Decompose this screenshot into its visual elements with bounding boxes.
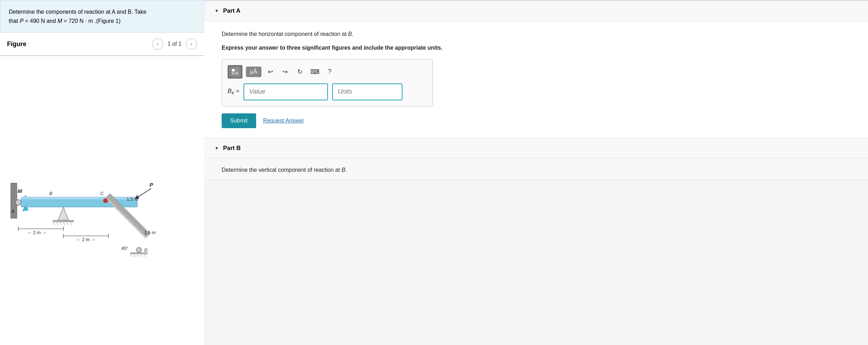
svg-line-19 [60, 222, 62, 225]
svg-rect-48 [232, 69, 235, 71]
part-a-section: ▼ Part A Determine the horizontal compon… [204, 1, 868, 138]
svg-line-46 [141, 254, 142, 257]
help-button[interactable]: ? [324, 66, 335, 77]
action-row: Submit Request Answer [222, 113, 850, 128]
svg-line-25 [137, 188, 151, 198]
submit-button[interactable]: Submit [222, 113, 256, 128]
redo-button[interactable]: ↪ [280, 66, 291, 77]
refresh-button[interactable]: ↻ [294, 66, 306, 77]
problem-statement: Determine the components of reaction at … [0, 0, 204, 33]
units-input[interactable] [332, 83, 403, 100]
svg-line-44 [134, 254, 135, 257]
svg-point-40 [137, 247, 141, 252]
figure-header: Figure ‹ 1 of 1 › [0, 33, 204, 56]
figure-count: 1 of 1 [167, 41, 182, 47]
part-b-label: Part B [223, 145, 241, 152]
figure-image-area: A M [0, 56, 204, 345]
part-a-question: Determine the horizontal component of re… [222, 30, 850, 39]
value-input[interactable] [243, 83, 328, 100]
svg-rect-42 [130, 252, 148, 254]
svg-line-45 [137, 254, 139, 257]
svg-line-17 [53, 222, 55, 225]
svg-line-18 [56, 222, 58, 225]
answer-input-box: μÅ ↩ ↪ ↻ ⌨ ? Bx = [222, 59, 433, 106]
svg-text:← 2 m →: ← 2 m → [76, 237, 96, 242]
svg-text:B: B [49, 191, 52, 196]
format-button-group [228, 65, 242, 79]
svg-text:1.5 m: 1.5 m [127, 196, 138, 202]
next-figure-button[interactable]: › [186, 38, 197, 50]
svg-line-21 [67, 222, 69, 225]
svg-line-43 [130, 254, 132, 257]
svg-text:C: C [100, 191, 104, 196]
right-panel: ▼ Part A Determine the horizontal compon… [204, 0, 868, 345]
svg-rect-13 [21, 197, 137, 199]
svg-rect-51 [235, 72, 238, 75]
svg-text:1.5 m: 1.5 m [144, 230, 156, 235]
keyboard-button[interactable]: ⌨ [309, 66, 321, 77]
svg-rect-50 [232, 72, 235, 75]
svg-text:A: A [11, 208, 14, 214]
figure-area: Figure ‹ 1 of 1 › [0, 33, 204, 345]
problem-text-line1: Determine the components of reaction at … [9, 9, 146, 15]
problem-text-line2: that P = 490 N and M = 720 N · m .(Figur… [9, 18, 121, 24]
figure-diagram: A M [11, 130, 194, 271]
part-a-instruction: Express your answer to three significant… [222, 44, 850, 52]
answer-toolbar: μÅ ↩ ↪ ↻ ⌨ ? [228, 65, 427, 79]
part-b-header[interactable]: ▼ Part B [204, 138, 868, 158]
part-a-chevron: ▼ [215, 8, 219, 13]
input-row: Bx = [228, 83, 427, 100]
mu-button[interactable]: μÅ [246, 67, 261, 77]
svg-text:M: M [18, 188, 22, 194]
svg-rect-49 [235, 69, 238, 71]
request-answer-link[interactable]: Request Answer [263, 118, 304, 124]
svg-line-20 [63, 222, 65, 225]
part-b-content: Determine the vertical component of reac… [204, 158, 868, 180]
svg-text:45°: 45° [121, 246, 128, 251]
svg-marker-15 [58, 207, 69, 220]
left-panel: Determine the components of reaction at … [0, 0, 204, 345]
svg-text:← 2 m →: ← 2 m → [27, 230, 47, 235]
figure-navigation: ‹ 1 of 1 › [152, 38, 197, 50]
svg-text:D: D [144, 247, 147, 253]
svg-point-28 [103, 199, 108, 203]
part-b-section: ▼ Part B Determine the vertical componen… [204, 138, 868, 181]
prev-figure-button[interactable]: ‹ [152, 38, 163, 50]
part-a-content: Determine the horizontal component of re… [204, 21, 868, 138]
part-b-question: Determine the vertical component of reac… [222, 165, 850, 175]
part-a-label: Part A [223, 7, 240, 14]
undo-button[interactable]: ↩ [265, 66, 276, 77]
svg-rect-16 [53, 220, 74, 222]
svg-line-47 [144, 254, 146, 257]
matrix-button[interactable] [229, 66, 241, 77]
svg-line-22 [70, 222, 72, 225]
part-b-chevron: ▼ [215, 146, 219, 151]
figure-title: Figure [7, 40, 26, 48]
part-a-header[interactable]: ▼ Part A [204, 1, 868, 21]
input-label: Bx = [228, 88, 239, 95]
svg-text:P: P [150, 182, 153, 188]
svg-point-9 [15, 200, 21, 205]
